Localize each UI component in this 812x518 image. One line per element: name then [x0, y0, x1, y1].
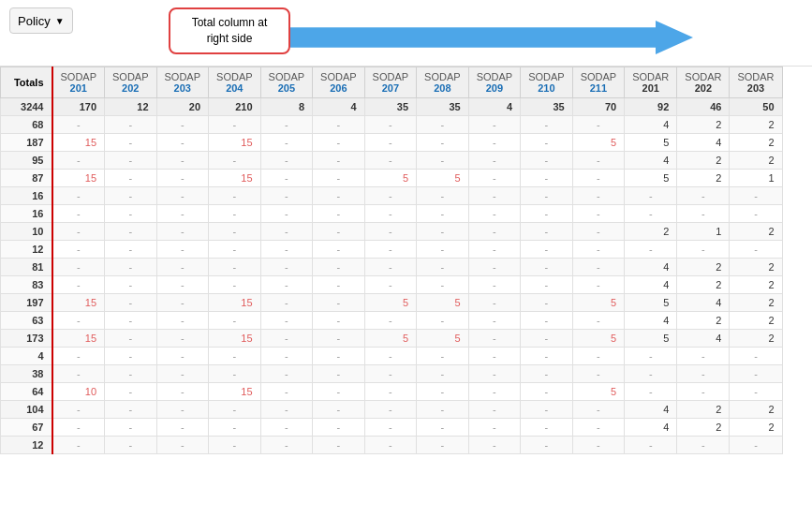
table-cell: 2	[677, 170, 730, 187]
table-cell: -	[677, 383, 730, 401]
table-cell: -	[730, 437, 782, 454]
table-cell: -	[521, 383, 573, 401]
table-cell: -	[625, 205, 677, 223]
table-cell: -	[105, 205, 157, 223]
row-total: 16	[1, 205, 52, 223]
table-cell: -	[468, 348, 521, 365]
row-total: 173	[1, 330, 52, 348]
table-cell: -	[313, 401, 365, 419]
table-cell: -	[417, 365, 469, 383]
column-header-sodap201: SODAP201	[52, 67, 105, 98]
table-cell: -	[572, 437, 625, 454]
column-header-sodap206: SODAP206	[313, 67, 365, 98]
table-cell: -	[521, 134, 573, 152]
table-cell: -	[677, 187, 730, 205]
table-cell: 2	[730, 134, 782, 152]
table-cell: 5	[364, 330, 417, 348]
row-total: 16	[1, 187, 52, 205]
column-header-sodap208: SODAP208	[417, 67, 469, 98]
table-cell: -	[105, 294, 157, 312]
table-cell: -	[364, 383, 417, 401]
table-cell: -	[105, 170, 157, 187]
column-header-sodar202: SODAR202	[677, 67, 730, 98]
table-cell: -	[521, 437, 573, 454]
column-header-sodar201: SODAR201	[625, 67, 677, 98]
table-cell: 5	[625, 294, 677, 312]
table-cell: -	[52, 152, 105, 170]
table-row: 16--------------	[1, 187, 783, 205]
totals-row-cell: 210	[209, 98, 261, 116]
table-cell: -	[572, 223, 625, 241]
totals-row-total: 3244	[1, 98, 52, 116]
table-cell: -	[52, 437, 105, 454]
arrow-container	[290, 21, 693, 54]
row-total: 187	[1, 134, 52, 152]
table-cell: 2	[730, 401, 782, 419]
table-cell: -	[468, 116, 521, 134]
totals-row-cell: 35	[417, 98, 469, 116]
table-cell: 2	[730, 312, 782, 330]
table-cell: -	[572, 205, 625, 223]
table-cell: -	[52, 312, 105, 330]
table-cell: -	[260, 134, 313, 152]
table-cell: -	[156, 294, 209, 312]
table-cell: -	[260, 294, 313, 312]
table-cell: 4	[625, 116, 677, 134]
table-cell: 5	[625, 330, 677, 348]
totals-row-cell: 92	[625, 98, 677, 116]
totals-row-cell: 35	[364, 98, 417, 116]
table-cell: 4	[625, 259, 677, 276]
table-cell: -	[625, 187, 677, 205]
table-cell: 2	[730, 294, 782, 312]
table-cell: 5	[572, 294, 625, 312]
table-cell: 2	[677, 419, 730, 437]
table-cell: -	[468, 401, 521, 419]
table-cell: -	[572, 152, 625, 170]
column-header-sodap203: SODAP203	[156, 67, 209, 98]
table-cell: -	[105, 259, 157, 276]
table-cell: -	[105, 241, 157, 259]
table-cell: 1	[677, 223, 730, 241]
table-cell: 2	[730, 223, 782, 241]
table-cell: 2	[677, 259, 730, 276]
table-cell: -	[105, 116, 157, 134]
table-cell: 2	[677, 152, 730, 170]
table-cell: 15	[209, 294, 261, 312]
table-cell: -	[105, 187, 157, 205]
table-cell: -	[313, 187, 365, 205]
policy-button[interactable]: Policy ▼	[9, 7, 73, 34]
column-header-sodap205: SODAP205	[260, 67, 313, 98]
table-row: 16--------------	[1, 205, 783, 223]
tooltip-box: Total column at right side	[169, 7, 290, 54]
table-cell: 4	[677, 294, 730, 312]
data-table: Totals SODAP201SODAP202SODAP203SODAP204S…	[0, 67, 783, 454]
table-cell: -	[364, 348, 417, 365]
table-cell: -	[364, 241, 417, 259]
table-cell: -	[521, 205, 573, 223]
table-body: 324417012202108435354357092465068-------…	[1, 98, 783, 454]
data-table-wrapper[interactable]: Totals SODAP201SODAP202SODAP203SODAP204S…	[0, 66, 812, 518]
table-cell: -	[417, 383, 469, 401]
table-cell: -	[313, 152, 365, 170]
direction-arrow	[290, 21, 693, 54]
table-cell: -	[313, 383, 365, 401]
table-row: 6410--15------5---	[1, 383, 783, 401]
table-cell: -	[417, 187, 469, 205]
table-cell: -	[260, 365, 313, 383]
table-cell: -	[260, 348, 313, 365]
table-cell: -	[209, 152, 261, 170]
table-cell: -	[209, 419, 261, 437]
column-header-sodap209: SODAP209	[468, 67, 521, 98]
table-cell: 2	[730, 152, 782, 170]
table-cell: -	[260, 419, 313, 437]
table-cell: -	[156, 152, 209, 170]
row-total: 68	[1, 116, 52, 134]
row-total: 95	[1, 152, 52, 170]
table-cell: -	[52, 419, 105, 437]
table-cell: 2	[677, 312, 730, 330]
table-cell: -	[156, 383, 209, 401]
table-cell: -	[52, 241, 105, 259]
table-cell: -	[105, 276, 157, 294]
table-cell: -	[313, 223, 365, 241]
table-cell: -	[52, 187, 105, 205]
